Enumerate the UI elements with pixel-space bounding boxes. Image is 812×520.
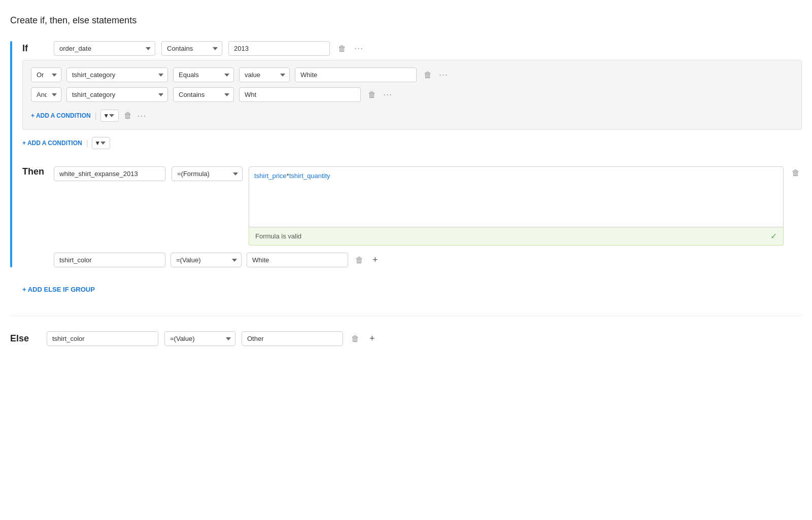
or-group: Or And tshirt_category Equals value fiel… [22,60,802,130]
formula-part1: tshirt_price [254,172,287,180]
or-operator2-select-1[interactable]: value field [239,67,290,82]
or-group-add-condition-link[interactable]: + ADD A CONDITION [31,112,91,119]
then-header-row: Then =(Formula) =(Value) tshirt_price*ts… [22,166,802,246]
if-add-divider: | [86,139,88,147]
or-group-add-dropdown[interactable]: ▼ [100,110,119,122]
then-value-add-button[interactable]: + [370,253,380,267]
if-header-row: If order_date Contains 🗑 ··· [22,41,802,56]
or-operator-select-1[interactable]: Equals [173,67,234,82]
main-container: If order_date Contains 🗑 ··· [10,41,802,346]
or-group-divider: | [95,112,97,120]
and-delete-button-2[interactable]: 🗑 [366,88,378,101]
or-group-more-button[interactable]: ··· [137,111,146,121]
then-section: Then =(Formula) =(Value) tshirt_price*ts… [22,166,802,267]
if-add-condition-link[interactable]: + ADD A CONDITION [22,140,82,147]
and-value-input-2[interactable] [239,87,361,102]
or-group-add-condition-row: + ADD A CONDITION | ▼ 🗑 ··· [31,109,793,122]
formula-area: tshirt_price*tshirt_quantity Formula is … [249,166,784,246]
if-more-button[interactable]: ··· [354,43,363,54]
and-field-select-2[interactable]: tshirt_category [66,87,168,102]
else-section: Else =(Value) =(Formula) 🗑 + [10,331,802,346]
add-else-if-link[interactable]: + ADD ELSE IF GROUP [22,286,95,293]
or-field-select-1[interactable]: tshirt_category [66,67,168,82]
formula-valid-text: Formula is valid [255,232,301,240]
page-title: Create if, then, else statements [10,15,802,26]
if-section: If order_date Contains 🗑 ··· [22,41,802,154]
else-field-input[interactable] [47,331,158,346]
and-more-button-2[interactable]: ··· [383,89,392,100]
check-icon: ✓ [770,231,777,241]
if-add-dropdown[interactable]: ▼ [92,137,110,149]
if-operator-select[interactable]: Contains [161,41,222,56]
then-value-input[interactable] [247,253,348,267]
blue-bar [10,41,12,267]
then-field-input[interactable] [54,166,165,181]
formula-text: tshirt_price*tshirt_quantity [254,172,330,180]
and-connector-select[interactable]: And Or [31,87,61,102]
formula-part2: tshirt_quantity [289,172,330,180]
if-value-input[interactable] [228,41,330,56]
if-add-condition-row: + ADD A CONDITION | ▼ [22,137,802,149]
or-connector-select[interactable]: Or And [31,67,61,82]
or-more-button-1[interactable]: ··· [439,70,448,80]
then-formula-delete-button[interactable]: 🗑 [790,166,802,180]
or-group-delete-button[interactable]: 🗑 [122,109,134,122]
if-delete-button[interactable]: 🗑 [336,42,348,55]
then-value-field-input[interactable] [54,253,165,267]
else-label: Else [10,333,41,344]
or-delete-button-1[interactable]: 🗑 [422,68,434,82]
or-condition-row-2: And Or tshirt_category Contains 🗑 ··· [31,87,793,102]
add-else-if-container: + ADD ELSE IF GROUP [22,278,802,301]
then-value-operator-select[interactable]: =(Value) =(Formula) [171,253,242,267]
else-add-button[interactable]: + [367,331,377,346]
formula-display: tshirt_price*tshirt_quantity [249,166,784,227]
formula-valid-bar: Formula is valid ✓ [249,227,784,246]
then-label: Then [22,166,48,177]
or-condition-row-1: Or And tshirt_category Equals value fiel… [31,67,793,82]
else-value-input[interactable] [242,331,343,346]
else-operator-select[interactable]: =(Value) =(Formula) [164,331,235,346]
else-delete-button[interactable]: 🗑 [349,332,361,345]
then-value-delete-button[interactable]: 🗑 [353,254,365,267]
and-operator-select-2[interactable]: Contains [173,87,234,102]
if-field-select[interactable]: order_date [54,41,155,56]
then-value-row: =(Value) =(Formula) 🗑 + [54,253,802,267]
then-operator-select[interactable]: =(Formula) =(Value) [172,166,243,181]
if-label: If [22,43,48,54]
separator [10,316,802,316]
or-value-input-1[interactable] [295,67,417,82]
